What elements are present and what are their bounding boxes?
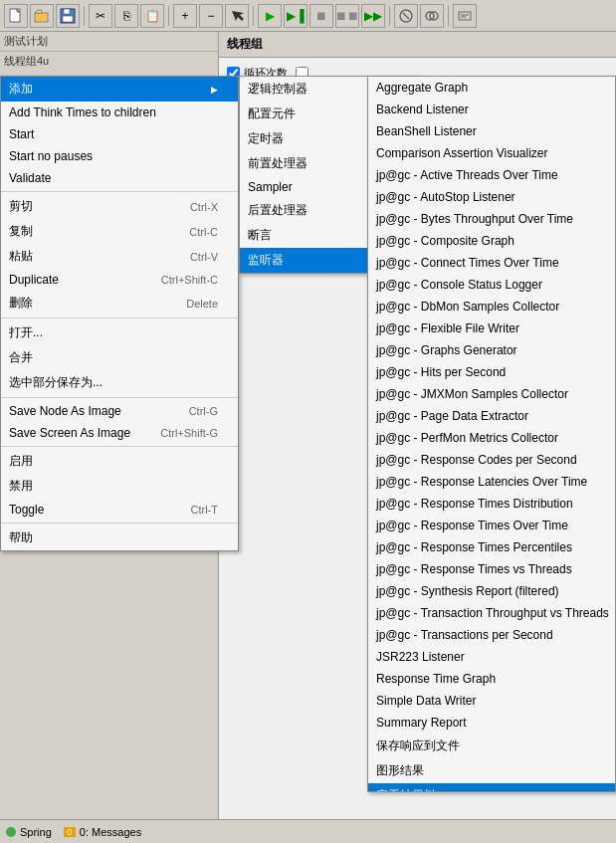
listener-summary-report[interactable]: Summary Report	[368, 712, 615, 734]
beanshell-listener-label: BeanShell Listener	[376, 124, 595, 138]
clear-button[interactable]	[394, 4, 418, 28]
sep-2	[1, 317, 238, 318]
menu-item-start[interactable]: Start	[1, 123, 238, 145]
clear-all-button[interactable]	[420, 4, 444, 28]
stop-all-button[interactable]: ⏹⏹	[335, 4, 359, 28]
menu-item-add[interactable]: 添加 ▶	[1, 77, 238, 102]
listener-response-times-vs-threads[interactable]: jp@gc - Response Times vs Threads	[368, 558, 615, 580]
autostop-label: jp@gc - AutoStop Listener	[376, 190, 595, 204]
status-bar: Spring 0 0: Messages	[0, 819, 616, 843]
listener-dbmon[interactable]: jp@gc - DbMon Samples Collector	[368, 296, 615, 317]
run-button[interactable]: ▶	[258, 4, 282, 28]
menu-item-save-selected[interactable]: 选中部分保存为...	[1, 370, 238, 395]
listener-autostop[interactable]: jp@gc - AutoStop Listener	[368, 186, 615, 208]
menu-item-enable[interactable]: 启用	[1, 449, 238, 474]
main-context-menu: 添加 ▶ Add Think Times to children Start S…	[0, 76, 239, 551]
menu-item-paste[interactable]: 粘贴 Ctrl-V	[1, 244, 238, 269]
listener-bytes-throughput[interactable]: jp@gc - Bytes Throughput Over Time	[368, 208, 615, 230]
listener-graphs-generator[interactable]: jp@gc - Graphs Generator	[368, 339, 615, 361]
paste-label: 粘贴	[9, 248, 170, 265]
jsr223-label: JSR223 Listener	[376, 650, 595, 664]
listener-response-times-percentiles[interactable]: jp@gc - Response Times Percentiles	[368, 536, 615, 558]
menu-item-copy[interactable]: 复制 Ctrl-C	[1, 219, 238, 244]
listener-connect-times[interactable]: jp@gc - Connect Times Over Time	[368, 252, 615, 274]
menu-item-start-no-pauses[interactable]: Start no pauses	[1, 145, 238, 167]
listener-console-status[interactable]: jp@gc - Console Status Logger	[368, 274, 615, 296]
menu-item-save-screen-img[interactable]: Save Screen As Image Ctrl+Shift-G	[1, 422, 238, 444]
shrink-button[interactable]: −	[199, 4, 223, 28]
composite-graph-label: jp@gc - Composite Graph	[376, 234, 595, 248]
paste-button[interactable]: 📋	[140, 4, 164, 28]
listener-response-time-graph[interactable]: Response Time Graph	[368, 668, 615, 690]
listener-transaction-throughput[interactable]: jp@gc - Transaction Throughput vs Thread…	[368, 602, 615, 624]
toggle-label: Toggle	[9, 503, 171, 517]
aggregate-graph-label: Aggregate Graph	[376, 81, 595, 95]
listener-response-codes[interactable]: jp@gc - Response Codes per Second	[368, 449, 615, 471]
save-node-img-label: Save Node As Image	[9, 404, 169, 418]
copy-button[interactable]: ⎘	[114, 4, 138, 28]
duplicate-label: Duplicate	[9, 273, 141, 287]
listener-page-data[interactable]: jp@gc - Page Data Extractor	[368, 405, 615, 427]
toggle-shortcut: Ctrl-T	[191, 504, 219, 516]
sep2	[168, 6, 169, 26]
listener-simple-data-writer[interactable]: Simple Data Writer	[368, 690, 615, 712]
open-button[interactable]	[30, 4, 54, 28]
listener-active-threads[interactable]: jp@gc - Active Threads Over Time	[368, 164, 615, 186]
listener-view-results-tree[interactable]: 察看结果树	[368, 783, 615, 792]
timer-label: 定时器	[248, 130, 386, 147]
listener-jsr223[interactable]: JSR223 Listener	[368, 646, 615, 668]
listener-response-latencies[interactable]: jp@gc - Response Latencies Over Time	[368, 471, 615, 493]
listener-response-times-dist[interactable]: jp@gc - Response Times Distribution	[368, 493, 615, 515]
listener-synthesis-report[interactable]: jp@gc - Synthesis Report (filtered)	[368, 580, 615, 602]
menu-item-merge[interactable]: 合并	[1, 345, 238, 370]
cut-button[interactable]: ✂	[89, 4, 112, 28]
menu-item-open[interactable]: 打开...	[1, 320, 238, 345]
listener-flexible-file[interactable]: jp@gc - Flexible File Writer	[368, 317, 615, 339]
synthesis-report-label: jp@gc - Synthesis Report (filtered)	[376, 584, 595, 598]
listener-comparison[interactable]: Comparison Assertion Visualizer	[368, 142, 615, 164]
view-results-tree-label: 察看结果树	[376, 787, 595, 792]
menu-item-save-node-img[interactable]: Save Node As Image Ctrl-G	[1, 400, 238, 422]
listener-graph-results[interactable]: 图形结果	[368, 758, 615, 783]
select-button[interactable]	[225, 4, 249, 28]
save-node-img-shortcut: Ctrl-G	[189, 405, 218, 417]
response-time-graph-label: Response Time Graph	[376, 672, 595, 686]
start-no-pauses-label: Start no pauses	[9, 149, 218, 163]
logic-controller-label: 逻辑控制器	[248, 81, 386, 98]
listener-jmxmon[interactable]: jp@gc - JMXMon Samples Collector	[368, 383, 615, 405]
listener-aggregate-graph[interactable]: Aggregate Graph	[368, 77, 615, 99]
menu-item-help[interactable]: 帮助	[1, 526, 238, 550]
listener-perfmon[interactable]: jp@gc - PerfMon Metrics Collector	[368, 427, 615, 449]
menu-item-toggle[interactable]: Toggle Ctrl-T	[1, 499, 238, 521]
menu-item-disable[interactable]: 禁用	[1, 474, 238, 499]
spring-status: Spring	[6, 826, 52, 838]
run-stop-button[interactable]: ▶▐	[284, 4, 308, 28]
listener-save-response[interactable]: 保存响应到文件	[368, 734, 615, 758]
response-times-vs-threads-label: jp@gc - Response Times vs Threads	[376, 562, 595, 576]
menu-item-duplicate[interactable]: Duplicate Ctrl+Shift-C	[1, 269, 238, 291]
listener-response-times-over-time[interactable]: jp@gc - Response Times Over Time	[368, 515, 615, 536]
listener-transactions-per-second[interactable]: jp@gc - Transactions per Second	[368, 624, 615, 646]
save-button[interactable]	[56, 4, 80, 28]
menu-item-delete[interactable]: 删除 Delete	[1, 291, 238, 316]
log-button[interactable]	[453, 4, 477, 28]
svg-rect-2	[35, 13, 48, 22]
listener-composite-graph[interactable]: jp@gc - Composite Graph	[368, 230, 615, 252]
menu-item-think-times[interactable]: Add Think Times to children	[1, 102, 238, 123]
menu-item-cut[interactable]: 剪切 Ctrl-X	[1, 194, 238, 219]
listener-backend[interactable]: Backend Listener	[368, 99, 615, 120]
listener-beanshell[interactable]: BeanShell Listener	[368, 120, 615, 142]
menu-item-validate[interactable]: Validate	[1, 167, 238, 189]
svg-line-8	[403, 13, 409, 19]
sep-1	[1, 191, 238, 192]
paste-shortcut: Ctrl-V	[190, 251, 218, 263]
menu-add-label: 添加	[9, 81, 207, 98]
duplicate-shortcut: Ctrl+Shift-C	[161, 274, 218, 286]
validate-label: Validate	[9, 171, 218, 185]
listener-hits-per-second[interactable]: jp@gc - Hits per Second	[368, 361, 615, 383]
expand-button[interactable]: +	[173, 4, 197, 28]
stop-button[interactable]: ⏹	[309, 4, 333, 28]
new-button[interactable]	[4, 4, 28, 28]
remote-all-button[interactable]: ▶▶	[361, 4, 385, 28]
sep-5	[1, 523, 238, 524]
